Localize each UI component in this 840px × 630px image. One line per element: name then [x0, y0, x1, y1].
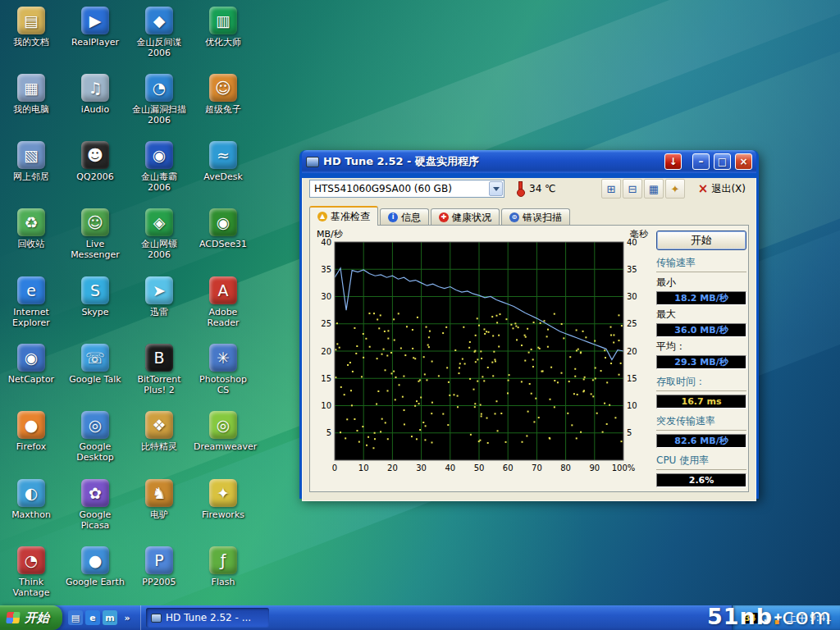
desktop-icon-label: Live Messenger	[66, 239, 125, 260]
bittorrent-plus-2-icon: B	[145, 344, 173, 372]
maxthon-quicklaunch[interactable]: m	[103, 610, 117, 625]
desktop-icon-google-picasa[interactable]: ✿Google Picasa	[66, 479, 125, 531]
task-hdtune[interactable]: HD Tune 2.52 - ...	[146, 608, 269, 628]
internet-explorer-quicklaunch[interactable]: e	[85, 610, 100, 625]
desktop-icon-realplayer[interactable]: ▶RealPlayer	[66, 7, 125, 48]
desktop-icon-adobe-reader[interactable]: AAdobe Reader	[194, 276, 253, 328]
svg-text:15: 15	[627, 374, 637, 383]
svg-text:20: 20	[627, 347, 637, 356]
svg-text:90: 90	[589, 463, 600, 472]
tab-benchmark[interactable]: ▲基准检查	[309, 206, 378, 226]
desktop-icon-flash[interactable]: ƒFlash	[194, 546, 253, 587]
fireworks-icon: ✦	[209, 479, 237, 507]
benchmark-chart-svg: MB/秒毫秒5510101515202025253030353540400102…	[313, 229, 651, 477]
desktop-icon-kingsoft-vulnscan-2006[interactable]: ◔金山漏洞扫描 2006	[130, 74, 189, 126]
quicklaunch-chevron[interactable]: »	[120, 610, 135, 625]
desktop-icon-netcaptor[interactable]: ◉NetCaptor	[2, 344, 61, 385]
desktop-icon-photoshop-cs[interactable]: ✳Photoshop CS	[194, 344, 253, 395]
desktop-icon-super-rabbit[interactable]: ☺超级兔子	[194, 74, 253, 115]
network-places-icon: ▧	[17, 141, 45, 169]
desktop-icon-youhua-dashi[interactable]: ▥优化大师	[194, 7, 253, 48]
desktop-icon-recycle-bin[interactable]: ♻回收站	[2, 208, 61, 249]
desktop-icon-google-earth[interactable]: ●Google Earth	[66, 546, 125, 587]
dropdown-arrow-icon[interactable]	[489, 181, 503, 196]
window-body: HTS541060G9SA00 (60 GB) 34 ℃ ⊞⊟▦✦ × 退出(X…	[302, 178, 756, 501]
tab-info[interactable]: i信息	[380, 208, 429, 226]
desktop-icon-label: 我的电脑	[2, 104, 61, 115]
desktop-icon-emule[interactable]: ♞电驴	[130, 479, 189, 520]
stat-value: 16.7 ms	[656, 395, 746, 409]
desktop-icon-acdsee31[interactable]: ◉ACDSee31	[194, 208, 253, 249]
tab-health[interactable]: ✚健康状况	[431, 208, 500, 226]
tray-minimize-button[interactable]: ↓	[664, 153, 682, 170]
desktop-icon-google-desktop[interactable]: ◎Google Desktop	[66, 411, 125, 463]
desktop-icon-kingsoft-antispy-2006[interactable]: ◆金山反间谍 2006	[130, 7, 189, 58]
drive-select[interactable]: HTS541060G9SA00 (60 GB)	[309, 180, 504, 198]
kingsoft-vulnscan-2006-icon: ◔	[145, 74, 173, 102]
youhua-dashi-icon: ▥	[209, 7, 237, 34]
desktop-icon-bitspirit[interactable]: ❖比特精灵	[130, 411, 189, 452]
desktop-icon-qq2006[interactable]: ☻QQ2006	[66, 141, 125, 182]
qq2006-icon: ☻	[81, 141, 109, 169]
desktop-icon-avedesk[interactable]: ≈AveDesk	[194, 141, 253, 182]
firefox-icon: ●	[17, 411, 45, 439]
desktop-icon-label: PP2005	[130, 577, 189, 587]
titlebar[interactable]: HD Tune 2.52 - 硬盘实用程序 ↓ – □ ×	[302, 150, 756, 173]
desktop-icon-label: Skype	[66, 307, 125, 317]
xunlei-icon: ➤	[145, 276, 173, 304]
desktop-icon-my-computer[interactable]: ▦我的电脑	[2, 74, 61, 115]
copy-text-button[interactable]: ⊟	[623, 179, 642, 199]
desktop-icon-kingsoft-duba-2006[interactable]: ◉金山毒霸 2006	[130, 141, 189, 193]
tab-error-scan[interactable]: ⊙错误扫描	[501, 208, 570, 226]
copy-image-button[interactable]: ⊞	[601, 179, 621, 199]
desktop-icon-dreamweaver[interactable]: ◎Dreamweaver	[194, 411, 253, 452]
avedesk-icon: ≈	[209, 141, 237, 169]
save-button[interactable]: ▦	[644, 179, 664, 199]
hdtune-task-icon	[151, 614, 162, 623]
iaudio-icon: ♫	[81, 74, 109, 102]
desktop-icon-bittorrent-plus-2[interactable]: BBitTorrent Plus! 2	[130, 344, 189, 395]
desktop-icon-xunlei[interactable]: ➤迅雷	[130, 276, 189, 317]
desktop-icon-fireworks[interactable]: ✦Fireworks	[194, 479, 253, 520]
stats-group-1: 存取时间：16.7 ms	[656, 375, 746, 409]
netcaptor-icon: ◉	[17, 344, 45, 372]
svg-text:35: 35	[321, 265, 331, 274]
desktop-icon-google-talk[interactable]: ☏Google Talk	[66, 344, 125, 385]
desktop-icon-live-messenger[interactable]: ☺Live Messenger	[66, 208, 125, 260]
stat-label: 最大	[656, 308, 746, 322]
my-documents-icon: ▤	[17, 7, 45, 34]
desktop-icon-firefox[interactable]: ●Firefox	[2, 411, 61, 452]
options-button[interactable]: ✦	[665, 179, 685, 199]
close-button[interactable]: ×	[735, 153, 752, 170]
exit-x-icon: ×	[698, 183, 709, 195]
benchmark-chart: MB/秒毫秒5510101515202025253030353540400102…	[313, 229, 651, 482]
desktop-icon-think-vantage[interactable]: ◔Think Vantage	[2, 546, 61, 598]
start-benchmark-button[interactable]: 开始	[656, 231, 746, 250]
desktop-icon-label: Photoshop CS	[194, 374, 253, 395]
svg-text:5: 5	[326, 428, 331, 437]
desktop-icon-label: Google Picasa	[66, 509, 125, 531]
desktop-icon-pp2005[interactable]: PPP2005	[130, 546, 189, 587]
desktop-icon-maxthon[interactable]: ◐Maxthon	[2, 479, 61, 520]
svg-text:25: 25	[321, 319, 331, 328]
kingsoft-antispy-2006-icon: ◆	[145, 7, 173, 34]
desktop-icon-network-places[interactable]: ▧网上邻居	[2, 141, 61, 182]
tab-bar: ▲基准检查i信息✚健康状况⊙错误扫描	[309, 205, 749, 225]
stats-panel: 传输速率最小18.2 MB/秒最大36.0 MB/秒平均：29.3 MB/秒存取…	[656, 256, 746, 487]
minimize-button[interactable]: –	[692, 153, 710, 170]
acdsee31-icon: ◉	[209, 208, 237, 236]
svg-text:60: 60	[503, 463, 514, 472]
svg-text:0: 0	[332, 463, 337, 472]
start-button[interactable]: 开始	[0, 605, 62, 630]
desktop-icon-iaudio[interactable]: ♫iAudio	[66, 74, 125, 115]
exit-button[interactable]: × 退出(X)	[698, 182, 746, 196]
desktop-icon-label: 回收站	[2, 239, 61, 249]
maximize-button[interactable]: □	[714, 153, 731, 170]
desktop-icon-skype[interactable]: SSkype	[66, 276, 125, 317]
desktop-icon-internet-explorer[interactable]: eInternet Explorer	[2, 276, 61, 328]
health-icon: ✚	[439, 212, 449, 222]
svg-text:20: 20	[321, 347, 331, 356]
desktop-icon-kingsoft-netguard-2006[interactable]: ◈金山网镖 2006	[130, 208, 189, 260]
desktop-icon-my-documents[interactable]: ▤我的文档	[2, 7, 61, 48]
show-desktop[interactable]: ▤	[68, 610, 83, 625]
